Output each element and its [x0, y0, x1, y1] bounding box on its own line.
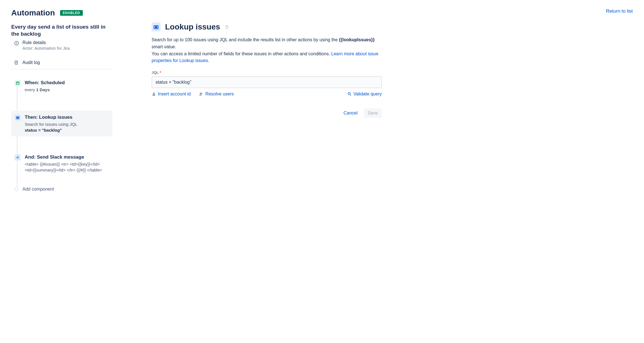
- rule-sidebar: Automation ENABLED Every day send a list…: [11, 8, 112, 192]
- trash-icon[interactable]: [225, 25, 229, 29]
- audit-log-row[interactable]: Audit log: [11, 57, 112, 69]
- add-component-button[interactable]: Add component: [11, 187, 112, 192]
- person-icon: [152, 92, 156, 96]
- svg-rect-12: [17, 117, 19, 118]
- jql-field-label: JQL *: [152, 70, 382, 75]
- panel-description: Search for up to 100 issues using JQL an…: [152, 36, 382, 64]
- rule-details-row[interactable]: Rule details Actor: Automation for Jira: [11, 40, 112, 51]
- calendar-icon: [15, 80, 21, 86]
- search-icon: [347, 92, 352, 96]
- svg-point-16: [153, 93, 154, 94]
- page-title: Automation: [11, 8, 55, 17]
- rule-actor-label: Actor: Automation for Jira: [22, 46, 70, 51]
- rule-flow: When: Scheduled every 1 Days Then: Looku…: [11, 76, 112, 192]
- add-marker-circle: [15, 187, 19, 191]
- rule-name: Every day send a list of issues still in…: [11, 24, 112, 37]
- flow-slack-title: And: Send Slack message: [25, 154, 109, 160]
- flow-trigger-desc: every 1 Days: [25, 87, 109, 93]
- cancel-button[interactable]: Cancel: [340, 108, 362, 118]
- resolve-users-button[interactable]: Resolve users: [198, 92, 234, 97]
- rule-details-label: Rule details: [22, 40, 70, 45]
- svg-point-17: [200, 93, 201, 94]
- svg-rect-15: [155, 26, 157, 28]
- panel-title: Lookup issues: [165, 22, 220, 31]
- slack-icon: [15, 154, 21, 161]
- status-badge: ENABLED: [60, 10, 83, 16]
- flow-trigger-title: When: Scheduled: [25, 80, 109, 86]
- flow-lookup-desc: Search for issues using JQL: [25, 121, 109, 127]
- flow-trigger-scheduled[interactable]: When: Scheduled every 1 Days: [11, 76, 112, 97]
- flow-lookup-code: status = "backlog": [25, 128, 109, 132]
- flow-action-slack[interactable]: And: Send Slack message <table> {{#issue…: [11, 150, 112, 177]
- lookup-icon: [15, 115, 21, 121]
- svg-rect-7: [16, 82, 19, 84]
- svg-point-18: [201, 93, 202, 94]
- svg-point-19: [348, 93, 350, 95]
- people-icon: [198, 92, 204, 96]
- lookup-panel-icon: [152, 22, 161, 31]
- flow-slack-desc: <table> {{#issues}} <tr> <td>{{key}}</td…: [25, 161, 109, 173]
- document-icon: [14, 60, 19, 65]
- add-component-label: Add component: [22, 187, 54, 192]
- return-to-list-link[interactable]: Return to list: [606, 8, 633, 14]
- svg-point-2: [17, 42, 17, 43]
- insert-account-id-button[interactable]: Insert account id: [152, 92, 191, 97]
- save-button: Save: [364, 108, 382, 118]
- audit-log-label: Audit log: [22, 60, 40, 65]
- validate-query-button[interactable]: Validate query: [347, 92, 382, 97]
- jql-input[interactable]: [152, 76, 382, 88]
- svg-line-20: [350, 95, 351, 95]
- action-config-panel: Lookup issues Search for up to 100 issue…: [152, 8, 382, 192]
- flow-lookup-title: Then: Lookup issues: [25, 115, 109, 120]
- info-icon: [14, 41, 19, 46]
- svg-rect-13: [17, 157, 18, 158]
- flow-action-lookup-issues[interactable]: Then: Lookup issues Search for issues us…: [11, 111, 112, 136]
